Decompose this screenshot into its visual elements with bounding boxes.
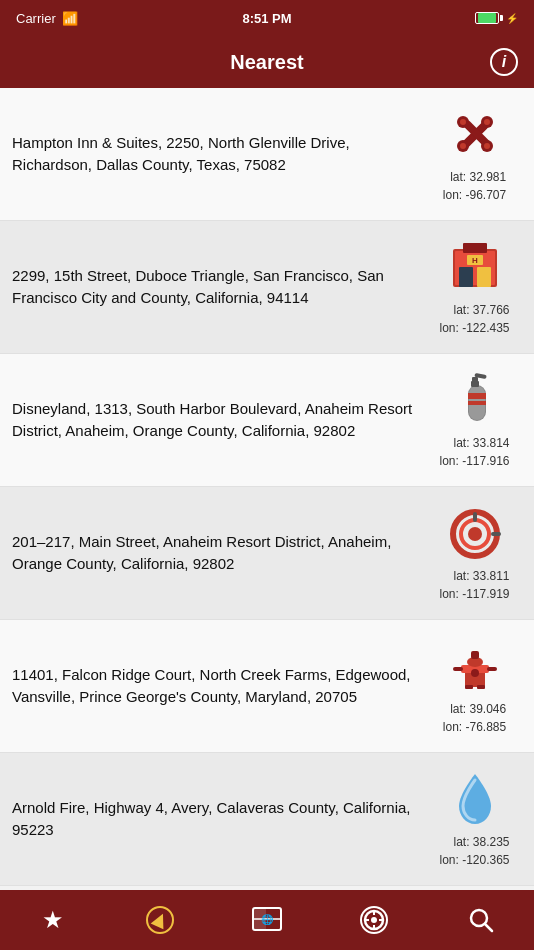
item-lat: lat: 33.814: [439, 434, 509, 452]
svg-rect-33: [453, 667, 463, 671]
item-coordinates: lat: 38.235 lon: -120.365: [439, 833, 509, 869]
item-right: lat: 32.981 lon: -96.707: [427, 104, 522, 204]
item-icon-tools: [447, 104, 503, 164]
tab-bar: ★ 🌐: [0, 890, 534, 950]
svg-rect-23: [468, 401, 486, 405]
battery-fill: [478, 13, 496, 23]
item-lat: lat: 32.981: [443, 168, 506, 186]
svg-rect-20: [472, 377, 478, 383]
globe-icon: 🌐: [252, 905, 282, 935]
item-right: H lat: 37.766 lon: -122.435: [427, 237, 522, 337]
item-address: 11401, Falcon Ridge Court, North Creek F…: [12, 664, 427, 708]
tab-location[interactable]: [320, 890, 427, 950]
tab-map[interactable]: 🌐: [214, 890, 321, 950]
list-item[interactable]: 201–217, Main Street, Anaheim Resort Dis…: [0, 487, 534, 620]
svg-rect-36: [465, 685, 473, 689]
svg-rect-27: [473, 512, 477, 522]
item-lon: lon: -120.365: [439, 851, 509, 869]
item-lon: lon: -76.885: [443, 718, 506, 736]
nearest-list: Hampton Inn & Suites, 2250, North Glenvi…: [0, 88, 534, 890]
crosshair-icon: [360, 906, 388, 934]
info-button[interactable]: i: [490, 48, 518, 76]
svg-point-26: [468, 527, 482, 541]
item-lon: lon: -96.707: [443, 186, 506, 204]
svg-rect-13: [459, 267, 473, 287]
item-coordinates: lat: 37.766 lon: -122.435: [439, 301, 509, 337]
nav-bar: Nearest i: [0, 36, 534, 88]
svg-point-35: [471, 669, 479, 677]
list-item[interactable]: Disneyland, 1313, South Harbor Boulevard…: [0, 354, 534, 487]
status-bar: Carrier 📶 8:51 PM ⚡: [0, 0, 534, 36]
item-right: lat: 33.814 lon: -117.916: [427, 370, 522, 470]
svg-line-49: [485, 924, 492, 931]
navigation-icon: [146, 906, 174, 934]
tab-search[interactable]: [427, 890, 534, 950]
carrier-label: Carrier: [16, 11, 56, 26]
page-title: Nearest: [44, 51, 490, 74]
item-right: lat: 33.811 lon: -117.919: [427, 503, 522, 603]
status-time: 8:51 PM: [242, 11, 291, 26]
status-right: ⚡: [475, 12, 518, 24]
svg-rect-28: [491, 532, 501, 536]
item-lat: lat: 33.811: [439, 567, 509, 585]
wifi-icon: 📶: [62, 11, 78, 26]
list-item[interactable]: Arnold Fire, Highway 4, Avery, Calaveras…: [0, 753, 534, 886]
svg-text:🌐: 🌐: [261, 913, 274, 926]
status-left: Carrier 📶: [16, 11, 78, 26]
item-coordinates: lat: 39.046 lon: -76.885: [443, 700, 506, 736]
svg-rect-34: [487, 667, 497, 671]
item-icon-hose: [447, 503, 503, 563]
list-item[interactable]: 11401, Falcon Ridge Court, North Creek F…: [0, 620, 534, 753]
svg-point-3: [460, 119, 466, 125]
item-address: 201–217, Main Street, Anaheim Resort Dis…: [12, 531, 427, 575]
list-item[interactable]: Hampton Inn & Suites, 2250, North Glenvi…: [0, 88, 534, 221]
svg-point-5: [484, 119, 490, 125]
item-address: Arnold Fire, Highway 4, Avery, Calaveras…: [12, 797, 427, 841]
svg-point-43: [371, 917, 377, 923]
nav-arrow: [151, 911, 170, 930]
item-coordinates: lat: 32.981 lon: -96.707: [443, 168, 506, 204]
list-item[interactable]: 2299, 15th Street, Duboce Triangle, San …: [0, 221, 534, 354]
svg-text:H: H: [472, 256, 478, 265]
item-right: lat: 39.046 lon: -76.885: [427, 636, 522, 736]
battery-icon: [475, 12, 499, 24]
tab-favorites[interactable]: ★: [0, 890, 107, 950]
svg-rect-12: [463, 243, 487, 253]
item-lat: lat: 38.235: [439, 833, 509, 851]
info-icon: i: [502, 53, 506, 71]
item-address: Disneyland, 1313, South Harbor Boulevard…: [12, 398, 427, 442]
item-icon-hydrant: [447, 636, 503, 696]
item-icon-extinguisher: [447, 370, 503, 430]
item-lat: lat: 39.046: [443, 700, 506, 718]
item-lon: lon: -117.916: [439, 452, 509, 470]
star-icon: ★: [42, 906, 64, 934]
item-right: lat: 38.235 lon: -120.365: [427, 769, 522, 869]
item-icon-fire-station: H: [447, 237, 503, 297]
svg-rect-37: [477, 685, 485, 689]
svg-point-7: [460, 143, 466, 149]
item-address: 2299, 15th Street, Duboce Triangle, San …: [12, 265, 427, 309]
svg-rect-14: [477, 267, 491, 287]
svg-rect-32: [471, 651, 479, 659]
tab-navigate[interactable]: [107, 890, 214, 950]
item-lon: lon: -117.919: [439, 585, 509, 603]
item-coordinates: lat: 33.811 lon: -117.919: [439, 567, 509, 603]
item-coordinates: lat: 33.814 lon: -117.916: [439, 434, 509, 470]
search-icon: [468, 907, 494, 933]
svg-point-9: [484, 143, 490, 149]
svg-rect-22: [468, 393, 486, 399]
item-address: Hampton Inn & Suites, 2250, North Glenvi…: [12, 132, 427, 176]
item-lon: lon: -122.435: [439, 319, 509, 337]
item-icon-water-drop: [447, 769, 503, 829]
bolt-icon: ⚡: [506, 13, 518, 24]
item-lat: lat: 37.766: [439, 301, 509, 319]
